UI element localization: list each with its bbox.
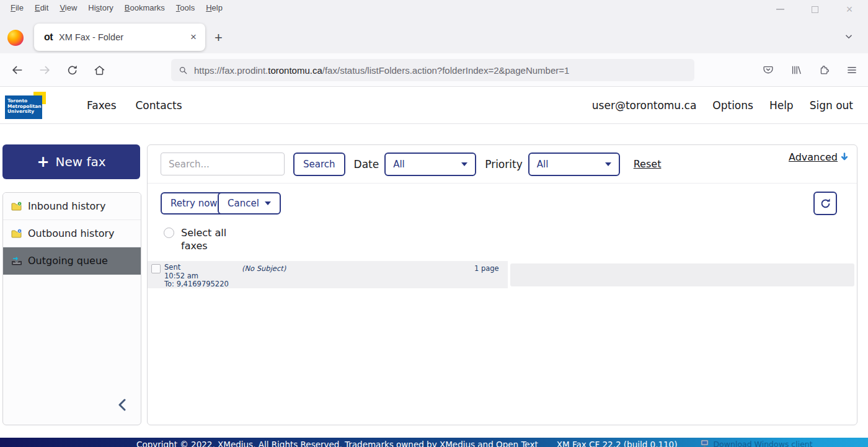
- menu-help[interactable]: Help: [200, 3, 228, 12]
- new-fax-label: New fax: [55, 154, 105, 169]
- app-nav: Faxes Contacts: [87, 87, 182, 124]
- user-links: user@torontomu.ca Options Help Sign out: [592, 87, 853, 124]
- close-button[interactable]: ×: [843, 4, 856, 14]
- new-tab-button[interactable]: +: [215, 30, 223, 46]
- browser-toolbar: https://fax.prodint.torontomu.ca/fax/sta…: [0, 53, 868, 87]
- filter-bar: Search Date All Priority All Reset Advan…: [148, 145, 857, 184]
- tab-xm-fax[interactable]: ot XM Fax - Folder ×: [34, 24, 205, 51]
- url-text: https://fax.prodint.torontomu.ca/fax/sta…: [194, 65, 569, 76]
- folder-list: Inbound history Outbound history: [2, 192, 141, 425]
- nav-contacts[interactable]: Contacts: [136, 99, 182, 112]
- sidebar-item-outbound-history[interactable]: Outbound history: [3, 220, 141, 247]
- outgoing-queue-icon: [11, 256, 22, 266]
- menu-tools[interactable]: Tools: [170, 3, 200, 12]
- extensions-button[interactable]: [813, 60, 834, 81]
- tab-strip: ot XM Fax - Folder × +: [0, 15, 868, 53]
- menu-edit[interactable]: Edit: [29, 3, 54, 12]
- reload-button[interactable]: [58, 59, 86, 81]
- home-icon: [93, 64, 106, 77]
- select-all: Select all faxes: [164, 226, 234, 252]
- nav-buttons: [4, 53, 113, 87]
- close-icon: ×: [846, 6, 853, 13]
- caret-down-icon: [265, 201, 271, 205]
- reset-link[interactable]: Reset: [634, 158, 662, 170]
- nav-faxes[interactable]: Faxes: [87, 99, 117, 112]
- browser-menubar: File Edit View History Bookmarks Tools H…: [0, 0, 868, 15]
- sidebar: + New fax Inbound history: [2, 144, 141, 179]
- minimize-icon: [776, 9, 784, 10]
- app-menu-button[interactable]: [841, 60, 862, 81]
- tab-title: XM Fax - Folder: [59, 32, 189, 42]
- tmu-logo[interactable]: Toronto Metropolitan University: [5, 92, 46, 119]
- outbound-folder-icon: [11, 229, 22, 239]
- priority-label: Priority: [485, 158, 523, 170]
- maximize-button[interactable]: [808, 4, 821, 14]
- refresh-button[interactable]: [813, 192, 837, 215]
- fax-pages: 1 page: [474, 264, 499, 273]
- search-button[interactable]: Search: [293, 153, 345, 176]
- minimize-button[interactable]: [774, 4, 786, 14]
- sidebar-item-outgoing-queue[interactable]: Outgoing queue: [3, 247, 141, 275]
- chevron-left-icon: [118, 399, 126, 411]
- fax-row-info: Sent 10:52 am To: 9,4169795220: [164, 263, 229, 288]
- fax-row[interactable]: Sent 10:52 am To: 9,4169795220 (No Subje…: [148, 261, 857, 288]
- cancel-label: Cancel: [228, 198, 259, 209]
- back-arrow-icon: [11, 63, 24, 77]
- footer-bar: Copyright © 2022, XMedius, All Rights Re…: [0, 438, 868, 447]
- fax-time: 10:52 am: [164, 272, 229, 281]
- footer-copyright: Copyright © 2022, XMedius, All Rights Re…: [136, 440, 538, 447]
- menu-history[interactable]: History: [82, 3, 118, 12]
- priority-select[interactable]: All: [528, 153, 620, 176]
- app-header: Toronto Metropolitan University Faxes Co…: [0, 87, 868, 124]
- action-bar: Retry now Cancel: [148, 184, 857, 218]
- footer-text: Copyright © 2022, XMedius, All Rights Re…: [136, 440, 813, 447]
- url-bar[interactable]: https://fax.prodint.torontomu.ca/fax/sta…: [171, 59, 694, 81]
- select-all-label[interactable]: Select all faxes: [181, 226, 234, 252]
- home-button[interactable]: [86, 59, 113, 81]
- menu-bookmarks[interactable]: Bookmarks: [119, 3, 170, 12]
- puzzle-piece-icon: [818, 64, 830, 76]
- sidebar-item-inbound-history[interactable]: Inbound history: [3, 193, 141, 220]
- fax-subject: (No Subject): [242, 264, 286, 273]
- select-all-checkbox[interactable]: [164, 228, 174, 238]
- firefox-icon[interactable]: [7, 30, 24, 46]
- computer-icon: [701, 440, 709, 447]
- options-link[interactable]: Options: [712, 99, 753, 112]
- refresh-icon: [819, 197, 832, 210]
- library-button[interactable]: [786, 60, 806, 81]
- reload-icon: [66, 64, 79, 77]
- menu-view[interactable]: View: [54, 3, 82, 12]
- menu-file[interactable]: File: [5, 3, 29, 12]
- sidebar-item-label: Outgoing queue: [28, 255, 108, 267]
- sign-out-link[interactable]: Sign out: [810, 99, 853, 112]
- back-button[interactable]: [4, 59, 31, 81]
- list-all-tabs-button[interactable]: [843, 31, 854, 42]
- caret-down-icon: [461, 162, 467, 166]
- search-input[interactable]: [161, 153, 285, 175]
- footer-version: XM Fax CF 22.2 (build 0.110): [557, 440, 678, 447]
- download-client-link[interactable]: Download Windows client: [701, 440, 812, 447]
- forward-arrow-icon: [38, 63, 51, 77]
- search-icon: [179, 66, 188, 75]
- pocket-button[interactable]: [758, 60, 778, 81]
- window-controls: ×: [774, 4, 856, 14]
- download-client-label: Download Windows client: [713, 440, 812, 447]
- cancel-button[interactable]: Cancel: [218, 192, 281, 215]
- maximize-icon: [812, 6, 818, 13]
- fax-row-checkbox[interactable]: [151, 264, 161, 273]
- tab-close-button[interactable]: ×: [189, 31, 198, 43]
- help-link[interactable]: Help: [769, 99, 794, 112]
- advanced-link[interactable]: Advanced: [789, 151, 848, 163]
- fax-row-inset: [510, 263, 854, 286]
- opentext-favicon: ot: [44, 32, 53, 43]
- url-domain: torontomu.ca: [268, 65, 322, 76]
- plus-icon: +: [37, 156, 49, 168]
- forward-button[interactable]: [31, 59, 58, 81]
- date-select[interactable]: All: [384, 153, 476, 176]
- date-select-value: All: [393, 159, 405, 170]
- inbound-folder-icon: [11, 201, 22, 211]
- new-fax-button[interactable]: + New fax: [2, 144, 140, 179]
- library-icon: [790, 64, 802, 76]
- sidebar-item-label: Inbound history: [28, 200, 105, 212]
- date-label: Date: [354, 158, 379, 170]
